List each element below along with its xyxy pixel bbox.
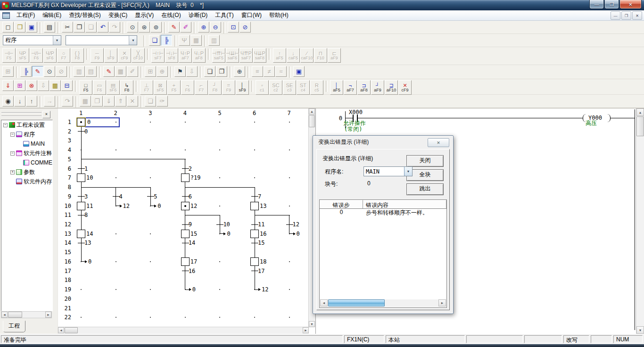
data-name-combo[interactable]: ▼ [66, 35, 137, 45]
sfc-ladder-toggle-button[interactable]: ╠ [161, 35, 172, 46]
tree-item-comment[interactable]: COMMENT [1, 158, 52, 167]
sfc-transition-6[interactable] [182, 196, 189, 197]
collapse-icon[interactable]: − [10, 132, 15, 137]
expand-icon[interactable]: + [10, 170, 15, 174]
sfc-transition-17[interactable] [251, 271, 258, 271]
write-mode-button[interactable]: ✎ [168, 22, 180, 33]
window-next-button[interactable]: ❐ [216, 66, 227, 77]
find-device2-button[interactable]: ⊙ [44, 66, 55, 77]
sfc-step-14[interactable] [77, 230, 85, 238]
collapse-icon[interactable]: − [10, 151, 15, 156]
scroll-left-icon[interactable]: ◄ [58, 327, 64, 333]
sfc-jump-target[interactable]: 12 [262, 286, 268, 293]
cut-button[interactable]: ✂ [62, 22, 73, 33]
sfc-delete-line-button[interactable]: ✕cF9 [398, 80, 412, 95]
sfc-jump-target[interactable]: 0 [192, 286, 196, 293]
close-error-dialog-button[interactable]: 关闭 [406, 155, 444, 167]
sfc-jump-target[interactable]: 0 [88, 258, 91, 265]
sfc-transition-1[interactable] [78, 168, 85, 169]
sfc-step-symbol-button[interactable]: □F5 [79, 80, 92, 95]
split-window-button[interactable]: ⊡ [228, 22, 239, 33]
mdi-minimize-button[interactable]: — [611, 11, 620, 20]
sfc-step-0[interactable] [77, 118, 85, 126]
scroll-right-icon[interactable]: ► [303, 327, 309, 333]
sfc-transition-10[interactable] [216, 224, 223, 225]
zoom-in-button[interactable]: ⊕ [198, 22, 209, 33]
scroll-left-icon[interactable]: ◄ [320, 299, 328, 306]
tb-aF7-button[interactable]: ¬aF7 [344, 80, 357, 95]
comment-view-button[interactable]: ❏ [149, 35, 160, 46]
sfc-convert-button[interactable]: ⇓ [2, 80, 14, 91]
mdi-restore-button[interactable]: ❐ [621, 11, 631, 20]
device-test-button[interactable]: ✎ [103, 66, 115, 77]
menu-s[interactable]: 查找/替换(S) [65, 11, 104, 19]
collapse-icon[interactable]: − [3, 123, 8, 127]
sfc-step-17[interactable] [181, 257, 190, 266]
sfc-transition-14[interactable] [182, 243, 189, 243]
chevron-down-icon[interactable]: ▼ [404, 167, 412, 176]
copy-button[interactable]: ❐ [74, 22, 85, 33]
scroll-down-icon[interactable]: ▼ [636, 326, 644, 334]
sfc-transition-7[interactable] [251, 196, 258, 197]
find-button[interactable]: ◉ [2, 96, 14, 107]
convert-error-button[interactable]: ⊗ [26, 80, 37, 91]
menu-c[interactable]: 变换(C) [105, 11, 132, 19]
comment-display-button[interactable]: ▣ [293, 66, 305, 77]
open-button[interactable]: ❒ [14, 22, 25, 33]
sfc-transition-4[interactable] [113, 196, 120, 197]
sfc-transition-12[interactable] [286, 224, 293, 225]
chevron-down-icon[interactable]: ▼ [129, 36, 137, 45]
sfc-transition-2[interactable] [182, 168, 189, 169]
sfc-diagram[interactable]: 1234567123456789101112131415161718192021… [58, 108, 309, 327]
sfc-transition-16[interactable] [182, 271, 189, 271]
print-button[interactable]: ▤ [44, 22, 55, 33]
tree-item-parameter[interactable]: +参数 [1, 167, 52, 177]
sfc-step-13[interactable] [250, 202, 259, 210]
tb-aF8-button[interactable]: ⊐aF8 [357, 80, 371, 95]
scrollbar-thumb[interactable] [8, 312, 22, 318]
tb-aF10-button[interactable]: ⊒aF10 [385, 80, 398, 95]
menu-o[interactable]: 在线(O) [157, 11, 184, 19]
zoom-monitor-button[interactable]: ⊕ [234, 66, 245, 77]
tree-item-device-comment[interactable]: −软元件注释 [1, 149, 52, 158]
sfc-transition-13[interactable] [78, 243, 85, 243]
project-data-button[interactable]: ⊘ [239, 22, 251, 33]
find-prev-button[interactable]: ↑ [26, 96, 37, 107]
mdi-child-icon[interactable] [2, 12, 10, 19]
scroll-right-icon[interactable]: ► [45, 312, 51, 318]
scroll-up-icon[interactable]: ▲ [636, 108, 644, 116]
undo-button[interactable]: ↶ [97, 22, 108, 33]
find-string-button[interactable]: ⊚ [150, 22, 162, 33]
sfc-step-?19[interactable] [181, 174, 190, 182]
block-move-button[interactable]: ⊟ [61, 80, 73, 91]
tree-item-main[interactable]: MAIN [1, 139, 52, 149]
sfc-transition-3[interactable] [78, 196, 85, 197]
zoom-edit-button[interactable]: ✎ [32, 66, 43, 77]
menu-e[interactable]: 编辑(E) [39, 11, 65, 19]
find-device-button[interactable]: ⊙ [127, 22, 138, 33]
sfc-step-12[interactable] [181, 202, 190, 210]
menu-d[interactable]: 诊断(D) [185, 11, 212, 19]
sfc-transition-5[interactable] [147, 196, 154, 197]
ladder-vertical-scrollbar[interactable]: ▲ ▼ [636, 108, 644, 334]
scrollbar-thumb[interactable] [65, 327, 78, 333]
tb-aF5-button[interactable]: │aF5 [330, 80, 343, 95]
sfc-jump-target[interactable]: 0 [157, 203, 161, 209]
scrollbar-thumb[interactable] [636, 116, 644, 136]
block-info-button[interactable]: ▦ [50, 80, 61, 91]
menu-h[interactable]: 帮助(H) [265, 11, 292, 19]
sfc-step-11[interactable] [77, 202, 85, 210]
scroll-right-icon[interactable]: ► [438, 299, 446, 306]
restore-button[interactable]: ❐ [604, 0, 619, 9]
scroll-left-icon[interactable]: ◄ [1, 312, 8, 318]
program-name-combo[interactable]: MAIN ▼ [363, 166, 413, 176]
sfc-transition-15[interactable] [251, 243, 258, 243]
close-icon[interactable]: × [42, 111, 50, 118]
menu-w[interactable]: 窗口(W) [238, 11, 265, 19]
window-prev-button[interactable]: ❑ [204, 66, 215, 77]
new-button[interactable]: ◻ [2, 22, 14, 33]
menu-f[interactable]: 工程(F) [13, 11, 39, 19]
menu-t[interactable]: 工具(T) [211, 11, 237, 19]
tab-project[interactable]: 工程 [3, 321, 25, 332]
scrollbar-thumb[interactable] [309, 115, 315, 127]
